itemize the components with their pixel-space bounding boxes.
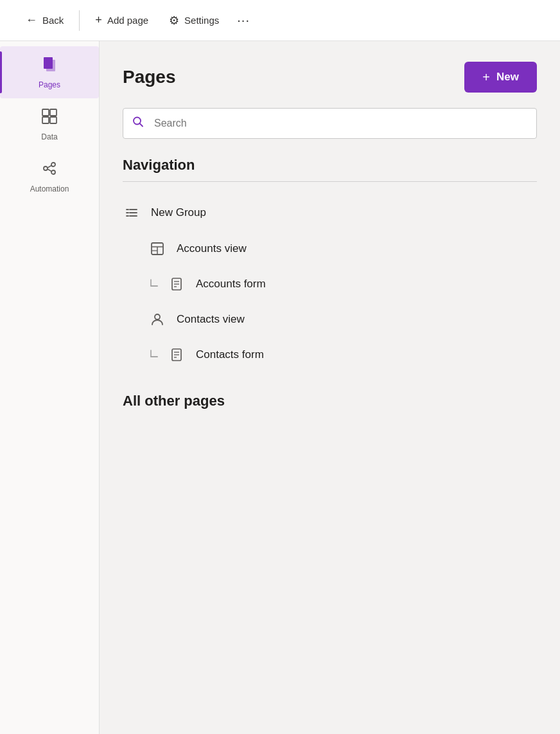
search-container — [123, 108, 537, 139]
all-other-pages-title: All other pages — [123, 393, 537, 409]
sidebar-item-pages[interactable]: Pages — [0, 46, 99, 98]
more-button[interactable]: ··· — [229, 8, 258, 33]
toolbar: ← Back + Add page ⚙ Settings ··· — [0, 0, 560, 41]
search-input[interactable] — [123, 108, 537, 139]
list-icon — [123, 205, 141, 220]
sub-arrow-icon-contacts — [148, 348, 160, 362]
sidebar-item-data[interactable]: Data — [0, 98, 99, 150]
nav-items: New Group Accounts view — [123, 195, 537, 372]
nav-item-accounts-form[interactable]: Accounts form — [123, 267, 537, 301]
page-title: Pages — [123, 67, 176, 87]
svg-rect-4 — [42, 117, 49, 123]
content-area: Pages + New Navigation — [100, 41, 560, 734]
sub-arrow-icon-accounts — [148, 277, 160, 291]
pages-icon — [40, 55, 58, 78]
svg-rect-1 — [46, 60, 55, 71]
svg-line-10 — [48, 169, 51, 172]
sidebar-item-automation[interactable]: Automation — [0, 150, 99, 202]
sidebar-data-label: Data — [41, 132, 57, 141]
sidebar: Pages Data — [0, 41, 100, 734]
automation-icon — [40, 159, 58, 182]
svg-point-7 — [51, 163, 55, 166]
new-plus-icon: + — [482, 71, 490, 84]
table-view-icon — [148, 241, 166, 256]
contacts-form-label: Contacts form — [196, 348, 264, 361]
navigation-section-title: Navigation — [123, 157, 537, 182]
accounts-form-label: Accounts form — [196, 278, 266, 291]
back-arrow-icon: ← — [26, 13, 37, 27]
back-button[interactable]: ← Back — [15, 8, 74, 32]
plus-icon: + — [95, 13, 102, 27]
nav-item-contacts-form[interactable]: Contacts form — [123, 337, 537, 372]
form-icon-accounts — [168, 277, 186, 291]
toolbar-divider — [79, 10, 80, 31]
nav-item-new-group[interactable]: New Group — [123, 195, 537, 231]
svg-point-28 — [155, 314, 160, 319]
settings-label: Settings — [184, 15, 219, 26]
contacts-view-label: Contacts view — [177, 313, 245, 326]
person-icon — [148, 312, 166, 327]
add-page-button[interactable]: + Add page — [85, 8, 159, 32]
new-group-label: New Group — [151, 206, 206, 219]
accounts-view-label: Accounts view — [177, 242, 247, 255]
content-header: Pages + New — [123, 62, 537, 93]
svg-point-8 — [51, 170, 55, 174]
svg-rect-2 — [42, 109, 49, 116]
svg-point-6 — [44, 166, 48, 170]
add-page-label: Add page — [107, 15, 148, 26]
back-label: Back — [42, 15, 64, 26]
sidebar-pages-label: Pages — [39, 80, 60, 89]
new-button-label: New — [496, 71, 519, 84]
form-icon-contacts — [168, 348, 186, 362]
svg-rect-5 — [50, 117, 57, 123]
gear-icon: ⚙ — [169, 13, 179, 28]
nav-item-contacts-view[interactable]: Contacts view — [123, 301, 537, 337]
new-button[interactable]: + New — [464, 62, 537, 93]
nav-item-accounts-view[interactable]: Accounts view — [123, 231, 537, 267]
data-icon — [40, 107, 58, 130]
settings-button[interactable]: ⚙ Settings — [159, 8, 229, 33]
more-icon: ··· — [237, 13, 250, 28]
svg-rect-3 — [50, 109, 57, 116]
main-layout: Pages Data — [0, 41, 560, 734]
svg-line-9 — [48, 166, 51, 168]
sidebar-automation-label: Automation — [30, 184, 69, 193]
